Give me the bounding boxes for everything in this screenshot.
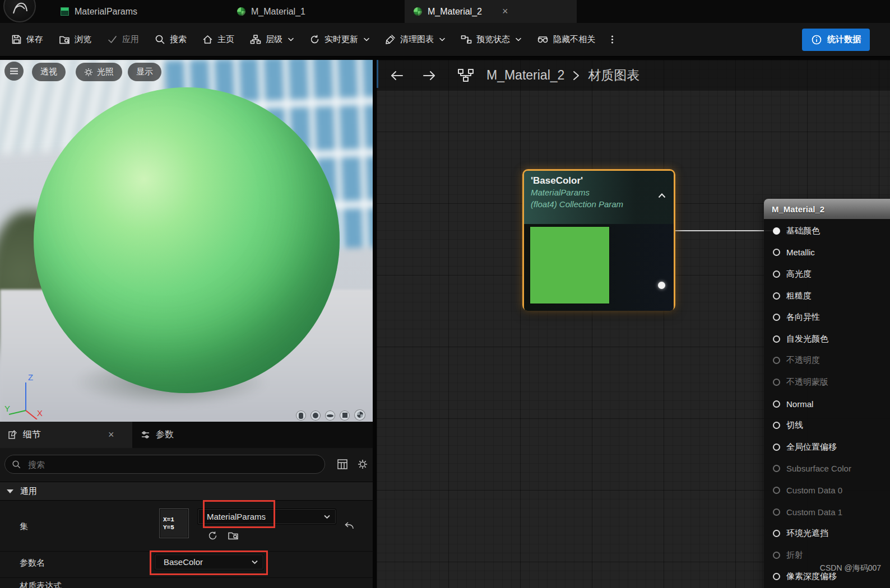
graph-hierarchy-icon <box>457 68 474 83</box>
pin-roughness[interactable]: 粗糙度 <box>764 285 890 307</box>
preview-state-icon <box>461 34 472 45</box>
breadcrumb-current[interactable]: 材质图表 <box>588 67 639 84</box>
breadcrumb-root[interactable]: M_Material_2 <box>486 68 564 83</box>
details-icon <box>8 430 17 440</box>
viewport-menu-button[interactable] <box>4 62 24 81</box>
pin-world-position-offset[interactable]: 全局位置偏移 <box>764 436 890 458</box>
pin-ambient-occlusion[interactable]: 环境光遮挡 <box>764 522 890 544</box>
reset-to-default-icon[interactable] <box>343 521 355 532</box>
preview-mesh-custom-icon[interactable] <box>354 409 365 421</box>
forward-arrow-icon[interactable] <box>421 69 437 82</box>
show-flags-button[interactable]: 显示 <box>128 63 161 81</box>
preview-sphere <box>34 87 340 393</box>
clean-graph-button[interactable]: 清理图表 <box>385 34 445 45</box>
hierarchy-button[interactable]: 层级 <box>250 34 294 45</box>
preview-viewport[interactable]: 透视 光照 显示 Z X Y <box>0 60 373 422</box>
home-icon <box>202 34 213 45</box>
pin-tangent[interactable]: 切线 <box>764 414 890 436</box>
pin-icon[interactable] <box>773 335 780 343</box>
node-type-line: (float4) Collection Param <box>531 198 667 210</box>
perspective-button[interactable]: 透视 <box>32 63 66 81</box>
pin-subsurface-color: Subsurface Color <box>764 458 890 480</box>
sun-icon <box>84 68 93 77</box>
column-view-icon[interactable] <box>337 459 348 470</box>
pin-icon[interactable] <box>773 270 780 278</box>
stats-icon <box>811 34 822 45</box>
watermark: CSDN @海码007 <box>820 563 881 573</box>
preview-shape-cube-icon[interactable] <box>340 410 350 421</box>
app-logo-icon[interactable] <box>3 0 36 22</box>
pin-icon[interactable] <box>773 292 780 300</box>
material-sphere-icon <box>414 7 422 16</box>
result-node-body: 基础颜色 Metallic 高光度 粗糙度 各向异性 自发光颜色 不透明度 不透… <box>764 219 890 588</box>
pin-icon[interactable] <box>773 444 780 451</box>
param-collection-icon <box>61 7 69 16</box>
pin-opacity: 不透明度 <box>764 350 890 372</box>
toolbar-overflow-button[interactable] <box>611 34 614 45</box>
section-general[interactable]: 通用 <box>0 482 373 501</box>
connection-wire[interactable] <box>660 230 778 231</box>
pin-icon[interactable] <box>773 530 780 537</box>
pin-custom-data-1: Custom Data 1 <box>764 501 890 523</box>
hide-unrelated-button[interactable]: 隐藏不相关 <box>537 34 595 45</box>
preview-shape-cylinder-icon[interactable] <box>296 410 306 421</box>
tab-details[interactable]: 细节 × <box>0 422 132 448</box>
pin-metallic[interactable]: Metallic <box>764 242 890 264</box>
close-icon[interactable]: × <box>502 6 508 17</box>
pin-icon[interactable] <box>773 227 780 235</box>
pin-emissive-color[interactable]: 自发光颜色 <box>764 328 890 350</box>
pin-icon <box>773 508 780 516</box>
lit-mode-button[interactable]: 光照 <box>76 63 122 81</box>
save-icon <box>11 34 22 45</box>
clipped-row-label: 材质表达式 <box>20 581 62 588</box>
material-graph-canvas[interactable]: M_Material_2 材质图表 'BaseColor' MaterialPa… <box>377 60 890 588</box>
search-input[interactable] <box>27 459 318 470</box>
chevron-down-icon <box>516 38 521 41</box>
tab-m-material-1[interactable]: M_Material_1 <box>228 0 314 23</box>
details-search[interactable] <box>4 455 325 474</box>
axis-gizmo: Z X Y <box>4 371 46 419</box>
back-arrow-icon[interactable] <box>389 69 405 82</box>
pin-normal[interactable]: Normal <box>764 393 890 415</box>
details-settings-gear-icon[interactable] <box>357 459 368 470</box>
collection-param-node[interactable]: 'BaseColor' MaterialParams (float4) Coll… <box>522 169 675 311</box>
node-title: 'BaseColor' <box>531 175 667 186</box>
pin-base-color[interactable]: 基础颜色 <box>764 220 890 242</box>
divider <box>0 577 373 578</box>
preview-shape-sphere-icon[interactable] <box>310 410 321 421</box>
pin-icon[interactable] <box>773 314 780 321</box>
parameter-name-dropdown[interactable]: BaseColor <box>154 554 264 570</box>
panel-splitter[interactable] <box>373 60 377 588</box>
preview-state-button[interactable]: 预览状态 <box>461 34 521 45</box>
collection-thumbnail[interactable]: X=1 Y=5 <box>159 508 189 538</box>
preview-shape-plane-icon[interactable] <box>325 410 335 421</box>
browse-button[interactable]: 浏览 <box>59 34 91 45</box>
search-button[interactable]: 搜索 <box>155 34 187 45</box>
pin-icon[interactable] <box>773 400 780 408</box>
material-result-node[interactable]: M_Material_2 基础颜色 Metallic 高光度 粗糙度 各向异性 … <box>764 199 890 588</box>
home-button[interactable]: 主页 <box>202 34 234 45</box>
pin-anisotropy[interactable]: 各向异性 <box>764 306 890 328</box>
stats-button[interactable]: 统计数据 <box>802 29 870 51</box>
chevron-down-icon <box>288 38 294 41</box>
tab-m-material-2[interactable]: M_Material_2 × <box>405 0 577 23</box>
pin-icon[interactable] <box>773 249 780 256</box>
tab-materialparams[interactable]: MaterialParams <box>52 0 146 23</box>
apply-button[interactable]: 应用 <box>107 34 139 45</box>
tab-parameters[interactable]: 参数 <box>133 422 182 448</box>
use-selected-icon[interactable] <box>207 530 218 541</box>
browse-to-asset-icon[interactable] <box>228 530 239 541</box>
chevron-down-icon <box>324 515 330 519</box>
collection-dropdown[interactable]: MaterialParams <box>197 508 336 525</box>
output-pin[interactable] <box>658 282 665 289</box>
pin-specular[interactable]: 高光度 <box>764 263 890 285</box>
collapse-chevron-icon[interactable] <box>658 193 666 198</box>
node-header: 'BaseColor' MaterialParams (float4) Coll… <box>524 171 674 224</box>
pin-icon <box>773 487 780 494</box>
close-icon[interactable]: × <box>108 429 114 441</box>
live-update-button[interactable]: 实时更新 <box>309 34 369 45</box>
pin-icon[interactable] <box>773 422 780 429</box>
node-body <box>524 224 674 311</box>
save-button[interactable]: 保存 <box>11 34 43 45</box>
pin-icon[interactable] <box>773 573 780 580</box>
